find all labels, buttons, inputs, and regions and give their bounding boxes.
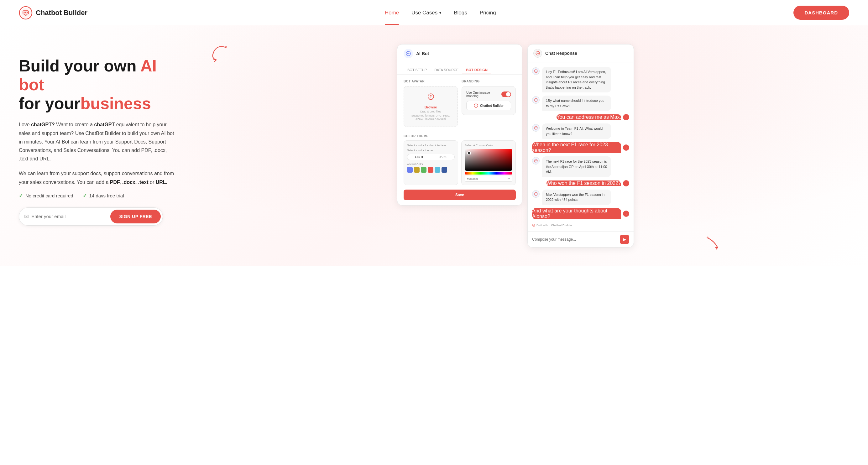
color-gradient-box[interactable] xyxy=(465,149,512,171)
branding-box: Use Omriangage branding xyxy=(462,86,516,115)
svg-point-18 xyxy=(537,53,537,54)
download-icon-4: ↓ xyxy=(623,211,629,217)
check-no-cc: ✓ No credit card required xyxy=(19,193,73,199)
download-icon-3: ↓ xyxy=(623,180,629,186)
hex-input[interactable] xyxy=(467,177,506,181)
accent-green[interactable] xyxy=(421,167,427,173)
bot-icon xyxy=(404,49,413,58)
builder-tabs: BOT SETUP DATA SOURCE BOT DESIGN xyxy=(397,63,522,74)
svg-point-15 xyxy=(476,105,476,106)
color-theme-section: COLOR THEME Select a color for chat inte… xyxy=(404,134,516,185)
svg-point-44 xyxy=(534,225,534,225)
light-btn[interactable]: LIGHT xyxy=(407,154,431,160)
color-picker-area: Select a color for chat interface Select… xyxy=(404,141,458,185)
accent-colors xyxy=(407,167,455,173)
nav-use-cases[interactable]: Use Cases ▾ xyxy=(411,10,441,16)
compose-input[interactable] xyxy=(532,237,617,242)
svg-point-43 xyxy=(533,225,534,225)
chat-input-row: ▶ xyxy=(528,231,633,247)
brand-logo[interactable]: Chatbot Builder xyxy=(19,6,87,20)
svg-point-7 xyxy=(225,46,227,48)
color-theme-label: COLOR THEME xyxy=(404,134,516,138)
svg-point-36 xyxy=(536,160,537,161)
svg-point-40 xyxy=(536,194,537,194)
chat-card-header: Chat Response xyxy=(528,44,633,62)
bot-avatar-3 xyxy=(532,124,539,132)
svg-point-6 xyxy=(27,12,28,13)
bot-avatar-2 xyxy=(532,96,539,104)
user-bubble-wrap-2: When in the next F1 race for 2023 season… xyxy=(532,142,629,153)
brand-name: Chatbot Builder xyxy=(36,9,87,17)
email-form: ✉ SIGN UP FREE xyxy=(19,208,163,226)
save-button[interactable]: Save xyxy=(404,190,516,200)
tab-bot-setup[interactable]: BOT SETUP xyxy=(404,66,431,74)
builder-card: AI Bot BOT SETUP DATA SOURCE BOT DESIGN … xyxy=(397,44,522,206)
chat-msg-8: Max Verstappen won the F1 season in 2022… xyxy=(532,190,629,205)
branding-toggle[interactable] xyxy=(501,92,511,97)
chat-msg-2: 1By what name should I introduce you to … xyxy=(532,96,629,111)
use-branding-label: Use Omriangage branding xyxy=(466,91,501,98)
eyedropper-icon[interactable]: ✏ xyxy=(508,177,510,181)
built-with-text: Chatbot Builder xyxy=(480,104,503,107)
logo-icon xyxy=(19,6,33,20)
chat-bubble-2: 1By what name should I introduce you to … xyxy=(542,96,611,111)
signup-button[interactable]: SIGN UP FREE xyxy=(110,210,161,223)
builder-card-title: AI Bot xyxy=(416,51,429,56)
hero-left: Build your own AI bot for yourbusiness L… xyxy=(19,38,182,226)
user-bubble-4: And what are your thoughts about Alonso? xyxy=(532,208,621,219)
chat-bubble-1: Hey F1 Enthusiast! I am AI Verstappen, a… xyxy=(542,67,611,92)
avatar-upload-box[interactable]: Browse Drag & drop files Supported forma… xyxy=(404,86,458,127)
checkmark-icon: ✓ xyxy=(19,193,23,199)
select-color-label: Select a color for chat interface xyxy=(407,144,455,147)
nav-home[interactable]: Home xyxy=(385,10,399,16)
hero-desc-2: We can learn from your support docs, sup… xyxy=(19,169,176,186)
dark-btn[interactable]: DARK xyxy=(431,154,454,160)
nav-pricing[interactable]: Pricing xyxy=(480,10,496,16)
builder-branding-col: BRANDING Use Omriangage branding xyxy=(462,80,516,131)
hue-slider[interactable] xyxy=(465,172,512,175)
svg-point-5 xyxy=(25,12,26,13)
built-with-chat: Built with Chatbot Builder xyxy=(532,224,629,227)
chat-bubble-4: Welcome to Team F1-AI. What would you li… xyxy=(542,123,611,139)
tab-data-source[interactable]: DATA SOURCE xyxy=(431,66,462,74)
accent-gold[interactable] xyxy=(414,167,420,173)
branding-label: BRANDING xyxy=(462,80,516,83)
accent-navy[interactable] xyxy=(441,167,447,173)
svg-point-11 xyxy=(409,53,409,54)
chat-msg-7: Who won the F1 season in 2022? ↓ xyxy=(532,180,629,186)
svg-point-19 xyxy=(537,53,538,54)
browse-label: Browse xyxy=(409,105,453,109)
custom-color-area: Select A Custom Color ✏ xyxy=(461,141,516,185)
nav-blogs[interactable]: Blogs xyxy=(454,10,467,16)
navbar: Chatbot Builder Home Use Cases ▾ Blogs P… xyxy=(0,0,868,25)
upload-icon xyxy=(409,93,453,103)
chat-msg-3: You can address me as Max. ↓ xyxy=(532,114,629,120)
svg-point-20 xyxy=(538,53,539,54)
chat-msg-6: The next F1 race for the 2023 season is … xyxy=(532,156,629,177)
bot-avatar-label: BOT AVATAR xyxy=(404,80,458,83)
formats-label: Supported formats: JPG, PNG, JPEG | (500… xyxy=(409,114,453,120)
svg-point-10 xyxy=(408,53,409,54)
svg-point-35 xyxy=(535,160,536,161)
svg-point-45 xyxy=(707,237,709,239)
accent-blue[interactable] xyxy=(407,167,413,173)
svg-point-24 xyxy=(536,71,537,71)
accent-red[interactable] xyxy=(428,167,433,173)
drop-label: Drag & drop files xyxy=(409,110,453,113)
tab-bot-design[interactable]: BOT DESIGN xyxy=(462,66,491,74)
email-icon: ✉ xyxy=(24,213,29,220)
chat-card-title: Chat Response xyxy=(545,51,577,56)
accent-cyan[interactable] xyxy=(435,167,440,173)
chat-bot-icon xyxy=(533,49,542,58)
svg-point-22 xyxy=(535,71,535,71)
send-button[interactable]: ▶ xyxy=(620,235,629,244)
check-free-trial: ✓ 14 days free trial xyxy=(83,193,124,199)
download-icon-2: ↓ xyxy=(623,145,629,151)
user-bubble-wrap-4: And what are your thoughts about Alonso?… xyxy=(532,208,629,219)
user-bubble-wrap-3: Who won the F1 season in 2022? ↓ xyxy=(547,180,629,186)
email-input[interactable] xyxy=(31,214,110,219)
svg-point-14 xyxy=(475,105,475,106)
hex-input-row: ✏ xyxy=(465,176,512,182)
dashboard-button[interactable]: DASHBOARD xyxy=(794,6,849,20)
chevron-down-icon: ▾ xyxy=(439,11,441,15)
